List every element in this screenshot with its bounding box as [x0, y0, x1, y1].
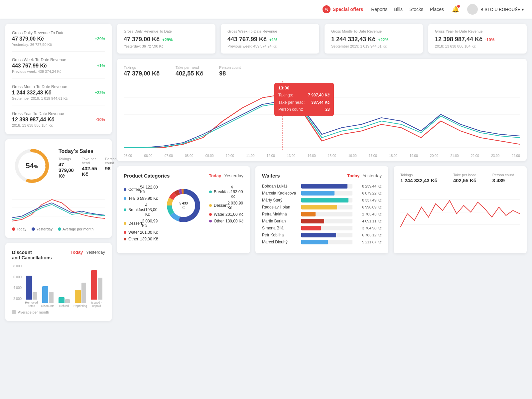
- tph-metric: Take per head 402,55 Kč: [82, 157, 97, 179]
- today-sales-title: Today's Sales: [59, 148, 117, 154]
- waiter-bar: [301, 205, 337, 209]
- monthly-chart: [400, 187, 520, 237]
- bar-label: Reprinting: [73, 304, 87, 308]
- revenue-item: Gross Year-To-Date Revenue 12 398 987,44…: [12, 111, 105, 127]
- bar-group: Issued - unpaid: [89, 263, 104, 308]
- revenue-summary-row: Gross Daily Revenue To Date 47 379,00 Kč…: [117, 24, 527, 54]
- waiters-list: Bohdan Lukáš 8 239,44 Kč Marcela Kadleco…: [262, 184, 382, 244]
- user-avatar: [467, 4, 478, 15]
- bar-label: Issued - unpaid: [91, 301, 102, 308]
- bar-label: Discounts: [41, 304, 55, 308]
- main-takings-metric: Takings 47 379,00 Kč: [124, 66, 160, 77]
- rev-summary-card: Gross Year-To-Date Revenue 12 398 987,44…: [428, 24, 527, 54]
- category-item: Coffee 54 122,00 Kč: [124, 184, 158, 195]
- right-content: Gross Daily Revenue To Date 47 379,00 Kč…: [117, 24, 527, 321]
- chart-tooltip: 13:00 Takings:7 987,40 Kč Take per head:…: [274, 83, 334, 116]
- gauge-widget: 54%: [12, 146, 52, 186]
- waiters-tab-today[interactable]: Today: [347, 173, 359, 178]
- monthly-tph: Take per head 402,55 Kč: [453, 173, 476, 183]
- rev-summary-card: Gross Month-To-Date Revenue 1 244 332,43…: [325, 24, 423, 54]
- waiters-card: Waiters Today Yesterday Bohdan Lukáš 8 2…: [255, 166, 388, 253]
- special-offers-icon: %: [323, 5, 331, 13]
- main-pc-metric: Person count 98: [219, 66, 241, 77]
- bar-today: [42, 286, 48, 303]
- waiter-item: Radoslav Holan 6 998,09 Kč: [262, 205, 382, 209]
- bar-today: [75, 290, 81, 303]
- waiter-item: Simona Bílá 3 764,98 Kč: [262, 226, 382, 230]
- waiter-item: Petra Malátná 2 783,43 Kč: [262, 212, 382, 216]
- svg-text:Kč: Kč: [182, 206, 186, 209]
- bar-avg: [65, 299, 70, 303]
- places-link[interactable]: Places: [430, 7, 444, 12]
- discount-title: Discount: [12, 250, 52, 255]
- main-line-chart: 13:00 Takings:7 987,40 Kč Take per head:…: [124, 81, 520, 154]
- monthly-takings: Takings 1 244 332,43 Kč: [400, 173, 437, 183]
- discount-tab-today[interactable]: Today: [70, 250, 83, 255]
- waiter-item: Bohdan Lukáš 8 239,44 Kč: [262, 184, 382, 189]
- discount-title2: and Cancellations: [12, 255, 52, 260]
- waiter-bar: [301, 226, 321, 230]
- waiter-bar: [301, 191, 334, 196]
- chart-metrics: Takings 47 379,00 Kč Take per head 402,5…: [124, 66, 241, 77]
- svg-text:5 433: 5 433: [179, 201, 188, 205]
- main-tph-metric: Take per head 402,55 Kč: [176, 66, 203, 77]
- category-item: Other 139,00 Kč: [124, 236, 158, 242]
- revenue-item: Gross Month-To-Date Revenue 1 244 332,43…: [12, 84, 105, 105]
- waiters-tabs: Today Yesterday: [347, 173, 382, 178]
- bar-group: Reprinting: [73, 266, 87, 308]
- bar-groups: Removed items Discounts Refund Reprintin…: [24, 263, 104, 308]
- bar-avg: [81, 283, 86, 303]
- waiters-title: Waiters: [262, 173, 280, 179]
- nav-links: Reports Bills Stocks Places: [371, 7, 444, 12]
- waiters-tab-yesterday[interactable]: Yesterday: [363, 173, 382, 178]
- todays-sales-card: 54% Today's Sales Takings 47 379,00 Kč T…: [5, 139, 112, 238]
- categories-list-right: Breakfast 4 193,00 Kč Dessert 2 030,99 K…: [209, 184, 243, 224]
- notification-dot: [457, 5, 460, 8]
- legend-yesterday: Yesterday: [32, 227, 53, 231]
- waiter-bar: [301, 219, 324, 223]
- bell-icon[interactable]: 🔔: [452, 6, 459, 13]
- categories-tab-today[interactable]: Today: [209, 173, 221, 178]
- category-item: Other 139,00 Kč: [209, 218, 243, 224]
- bar-group: Discounts: [41, 266, 55, 308]
- waiter-item: Marcel Dlouhý 5 211,87 Kč: [262, 240, 382, 244]
- categories-tabs: Today Yesterday: [209, 173, 243, 178]
- waiter-bar: [301, 184, 347, 189]
- user-name: BISTO U BOHOUŠE ▾: [480, 7, 524, 12]
- avg-legend: Average per month: [12, 310, 105, 314]
- categories-title: Product Categories: [124, 173, 170, 179]
- main-content: Gross Daily Revenue To Date 47 379,00 Kč…: [0, 19, 532, 326]
- categories-tab-yesterday[interactable]: Yesterday: [224, 173, 243, 178]
- revenue-card: Gross Daily Revenue To Date 47 379,00 Kč…: [5, 24, 112, 134]
- stocks-link[interactable]: Stocks: [409, 7, 423, 12]
- special-offers-button[interactable]: % Special offers: [323, 5, 363, 13]
- main-chart-card: Takings 47 379,00 Kč Take per head 402,5…: [117, 59, 527, 161]
- bottom-row: Product Categories Today Yesterday Coffe…: [117, 166, 527, 253]
- svg-point-2: [45, 164, 49, 168]
- waiter-bar: [301, 212, 316, 216]
- category-item: Water 201,00 Kč: [209, 211, 243, 218]
- bar-avg: [33, 292, 37, 300]
- waiter-bar: [301, 233, 336, 237]
- reports-link[interactable]: Reports: [371, 7, 387, 12]
- left-panel: Gross Daily Revenue To Date 47 379,00 Kč…: [5, 24, 112, 321]
- monthly-metrics: Takings 1 244 332,43 Kč Take per head 40…: [400, 173, 520, 183]
- donut-chart: 5 433 Kč: [162, 184, 205, 228]
- discount-tab-yesterday[interactable]: Yesterday: [86, 250, 105, 255]
- takings-metric: Takings 47 379,00 Kč: [59, 157, 74, 179]
- svg-point-12: [172, 194, 195, 217]
- gauge-value: 54%: [26, 162, 38, 170]
- category-item: Breakfast 4 193,00 Kč: [209, 184, 243, 200]
- categories-list-left: Coffee 54 122,00 Kč Tea 6 599,90 Kč Brea…: [124, 184, 158, 242]
- bar-avg: [49, 292, 54, 303]
- bar-today: [91, 270, 97, 300]
- bar-label: Refund: [59, 304, 69, 308]
- category-item: Tea 6 599,90 Kč: [124, 195, 158, 202]
- monthly-pc: Person count 3 489: [492, 173, 514, 183]
- category-item: Dessert 2 030,99 Kč: [124, 218, 158, 229]
- bills-link[interactable]: Bills: [394, 7, 403, 12]
- y-axis: 8 0006 0004 0002 000: [13, 264, 23, 308]
- bar-label: Removed items: [25, 301, 38, 308]
- legend-today: Today: [12, 227, 26, 231]
- user-menu-button[interactable]: BISTO U BOHOUŠE ▾: [467, 4, 524, 15]
